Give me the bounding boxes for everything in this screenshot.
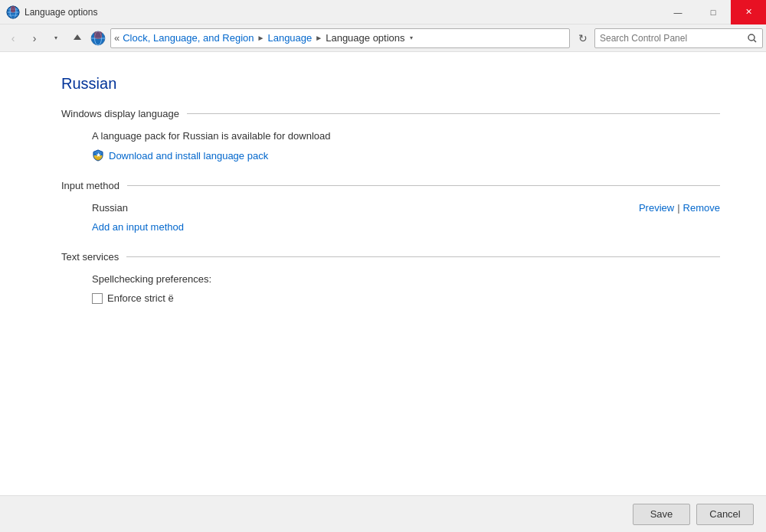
nav-bar: ‹ › ▾ « Clock, Language, and Region ► La… xyxy=(0,24,766,52)
windows-display-content: A language pack for Russian is available… xyxy=(92,130,720,162)
add-input-method-link[interactable]: Add an input method xyxy=(92,221,184,233)
refresh-button[interactable]: ↻ xyxy=(573,28,593,48)
windows-display-line xyxy=(187,113,720,114)
search-input[interactable] xyxy=(595,33,742,44)
text-services-line xyxy=(126,256,720,257)
main-content: Russian Windows display language A langu… xyxy=(0,52,766,495)
text-services-section-header: Text services xyxy=(61,251,720,263)
breadcrumb-sep-1: ► xyxy=(257,34,265,42)
minimize-button[interactable]: — xyxy=(660,0,696,24)
download-link-row: ★ Download and install language pack xyxy=(92,149,720,162)
preview-link[interactable]: Preview xyxy=(639,202,674,214)
cancel-button[interactable]: Cancel xyxy=(696,504,754,525)
breadcrumb-sep-2: ► xyxy=(315,34,322,42)
up-arrow-icon xyxy=(73,34,82,43)
enforce-checkbox-row: Enforce strict ё xyxy=(92,292,720,304)
title-bar: Language options — □ ✕ xyxy=(0,0,766,24)
title-bar-left: Language options xyxy=(6,5,97,19)
breadcrumb-dots: « xyxy=(114,32,119,44)
breadcrumb-current: Language options xyxy=(326,32,404,44)
up-button[interactable] xyxy=(67,28,87,48)
action-separator: | xyxy=(677,202,679,214)
app-icon xyxy=(6,5,20,19)
breadcrumb-language[interactable]: Language xyxy=(267,32,312,44)
title-bar-title: Language options xyxy=(25,7,97,18)
windows-display-section-header: Windows display language xyxy=(61,108,720,119)
spellcheck-label: Spellchecking preferences: xyxy=(92,273,720,285)
windows-display-label: Windows display language xyxy=(61,108,179,119)
input-method-name: Russian xyxy=(92,202,128,214)
enforce-strict-label[interactable]: Enforce strict ё xyxy=(107,292,174,304)
language-pack-info: A language pack for Russian is available… xyxy=(92,130,720,142)
remove-link[interactable]: Remove xyxy=(683,202,720,214)
input-method-line xyxy=(127,185,720,186)
input-method-section-header: Input method xyxy=(61,180,720,191)
search-icon xyxy=(748,34,757,43)
enforce-strict-checkbox[interactable] xyxy=(92,293,103,304)
breadcrumb-dropdown-button[interactable]: ▾ xyxy=(405,28,417,48)
svg-line-11 xyxy=(754,40,756,42)
title-bar-controls: — □ ✕ xyxy=(660,0,766,24)
text-services-content: Spellchecking preferences: Enforce stric… xyxy=(92,273,720,304)
page-title: Russian xyxy=(61,75,720,93)
text-services-label: Text services xyxy=(61,251,119,263)
forward-button[interactable]: › xyxy=(25,28,44,48)
shield-svg: ★ xyxy=(92,149,104,162)
nav-control-panel-icon xyxy=(90,31,106,46)
search-button[interactable] xyxy=(742,28,762,48)
input-method-row: Russian Preview | Remove xyxy=(92,202,720,214)
shield-icon: ★ xyxy=(92,149,104,162)
footer: Save Cancel xyxy=(0,495,766,532)
input-method-label: Input method xyxy=(61,180,119,191)
breadcrumb-bar: « Clock, Language, and Region ► Language… xyxy=(110,28,570,48)
close-button[interactable]: ✕ xyxy=(731,0,766,24)
download-link[interactable]: Download and install language pack xyxy=(109,150,268,162)
maximize-button[interactable]: □ xyxy=(696,0,731,24)
save-button[interactable]: Save xyxy=(633,504,690,525)
svg-marker-6 xyxy=(74,34,81,40)
svg-point-10 xyxy=(748,34,755,41)
breadcrumb-clock[interactable]: Clock, Language, and Region xyxy=(123,32,254,44)
input-method-content: Russian Preview | Remove Add an input me… xyxy=(92,202,720,233)
forward-dropdown-button[interactable]: ▾ xyxy=(46,28,66,48)
back-button[interactable]: ‹ xyxy=(3,28,23,48)
svg-text:★: ★ xyxy=(96,152,101,158)
search-box xyxy=(594,28,763,48)
input-method-actions: Preview | Remove xyxy=(639,202,720,214)
